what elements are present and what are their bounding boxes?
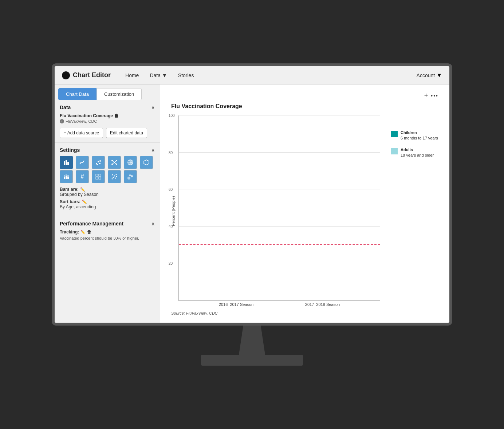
- chart-title: Flu Vaccination Coverage: [171, 103, 438, 110]
- monitor-stand-base: [201, 355, 303, 366]
- app-title: Chart Editor: [73, 71, 111, 79]
- data-buttons-row: + Add data source Edit charted data: [60, 128, 155, 138]
- scatter-chart-icon[interactable]: [92, 156, 105, 169]
- chart-container: Percent (People): [171, 115, 438, 307]
- add-data-source-button[interactable]: + Add data source: [60, 128, 103, 138]
- svg-point-37: [112, 178, 113, 180]
- perf-section-header: Performance Management ∧: [60, 221, 155, 227]
- chart-inner: 10080604020 2016–2017 Season 2017–2018 S…: [178, 115, 380, 307]
- main-content: Chart Data Customization Data ∧ Flu Vacc…: [55, 84, 449, 323]
- hexagon-chart-icon[interactable]: [140, 156, 153, 169]
- svg-rect-0: [64, 161, 65, 165]
- chart-source: Source: FluVaxView, CDC: [171, 311, 438, 315]
- data-section: Data ∧ Flu Vaccination Coverage 🗑 i FluV…: [55, 100, 160, 143]
- grid-line-80: 80: [179, 152, 380, 153]
- data-source-sub: i FluVaxView, CDC: [60, 119, 155, 123]
- legend-item-children: Children6 months to 17 years: [391, 130, 438, 141]
- svg-line-13: [112, 161, 114, 162]
- svg-rect-30: [96, 177, 98, 179]
- chart-plot-area: 10080604020: [178, 115, 380, 301]
- nav-stories[interactable]: Stories: [178, 72, 194, 78]
- performance-section: Performance Management ∧ Tracking: ✏️ 🗑 …: [55, 216, 160, 245]
- svg-point-32: [112, 174, 113, 176]
- svg-rect-1: [66, 160, 67, 165]
- svg-line-16: [114, 162, 117, 164]
- settings-section-title: Settings: [60, 147, 80, 153]
- network-chart-icon[interactable]: [108, 156, 121, 169]
- settings-detail: Bars are: ✏️ Grouped by Season Sort bars…: [60, 187, 155, 209]
- settings-collapse-icon[interactable]: ∧: [151, 147, 155, 153]
- logo-icon: [62, 71, 70, 79]
- svg-rect-31: [99, 177, 101, 179]
- x-label-2017-2018: 2017–2018 Season: [305, 302, 340, 307]
- chart-more-button[interactable]: •••: [431, 93, 438, 99]
- tab-bar: Chart Data Customization: [55, 84, 160, 100]
- sort-bars-value: By Age, ascending: [60, 204, 96, 209]
- settings-section: Settings ∧: [55, 143, 160, 216]
- sort-bars-row: Sort bars: ✏️ By Age, ascending: [60, 199, 155, 209]
- grid-line-20: 20: [179, 263, 380, 263]
- data-source-name: Flu Vaccination Coverage 🗑: [60, 113, 155, 118]
- chart-area: + ••• Flu Vaccination Coverage Percent (…: [160, 84, 449, 323]
- grid-line-60: 60: [179, 189, 380, 189]
- svg-rect-25: [66, 174, 67, 176]
- bars-are-row: Bars are: ✏️ Grouped by Season: [60, 187, 155, 197]
- grid-line-40: 40: [179, 226, 380, 227]
- svg-point-34: [116, 174, 117, 175]
- number-chart-icon[interactable]: #: [76, 170, 89, 183]
- sort-bars-edit-icon[interactable]: ✏️: [82, 200, 87, 204]
- svg-rect-23: [64, 175, 65, 177]
- legend-text-children: Children6 months to 17 years: [401, 130, 438, 141]
- svg-line-15: [112, 162, 114, 164]
- line-chart-icon[interactable]: [76, 156, 89, 169]
- legend-text-adults: Adults18 years and older: [401, 147, 434, 158]
- tracking-row: Tracking: ✏️ 🗑 Vaccinated percent should…: [60, 229, 155, 240]
- perf-collapse-icon[interactable]: ∧: [151, 221, 155, 227]
- svg-point-35: [113, 177, 114, 178]
- settings-section-header: Settings ∧: [60, 147, 155, 153]
- tracking-delete-icon[interactable]: 🗑: [87, 229, 91, 235]
- account-label: Account: [417, 72, 435, 78]
- grid-line-100: 100: [179, 115, 380, 115]
- chart-type-icon-grid: #: [60, 156, 155, 183]
- svg-rect-2: [67, 162, 69, 165]
- x-labels: 2016–2017 Season 2017–2018 Season: [178, 301, 380, 307]
- nav-data[interactable]: Data ▼: [150, 72, 167, 78]
- svg-rect-28: [96, 174, 98, 176]
- svg-point-33: [114, 176, 115, 177]
- y-axis-label: Percent (People): [171, 115, 176, 307]
- svg-point-7: [99, 163, 101, 164]
- data-collapse-icon[interactable]: ∧: [151, 105, 155, 110]
- top-nav: Chart Editor Home Data ▼ Stories Account…: [55, 66, 449, 84]
- tab-chart-data[interactable]: Chart Data: [58, 88, 97, 100]
- svg-point-6: [97, 164, 98, 165]
- info-icon[interactable]: i: [60, 119, 64, 123]
- tab-customization[interactable]: Customization: [97, 88, 142, 100]
- svg-point-36: [115, 178, 116, 179]
- chart-add-button[interactable]: +: [424, 92, 428, 99]
- edit-charted-data-button[interactable]: Edit charted data: [106, 128, 147, 138]
- svg-point-40: [131, 175, 133, 177]
- svg-rect-22: [64, 177, 65, 179]
- svg-rect-29: [99, 174, 101, 176]
- account-area[interactable]: Account ▼: [417, 72, 442, 79]
- legend-swatch-children: [391, 131, 398, 137]
- bubble-chart-icon[interactable]: [124, 170, 137, 183]
- tracking-edit-icon[interactable]: ✏️: [80, 230, 86, 235]
- chart-toolbar: + •••: [171, 92, 438, 99]
- tracking-text: Vaccinated percent should be 30% or high…: [60, 236, 155, 240]
- data-section-title: Data: [60, 105, 71, 110]
- chart-legend: Children6 months to 17 years Adults18 ye…: [380, 115, 438, 307]
- globe-chart-icon[interactable]: [124, 156, 137, 169]
- perf-section-title: Performance Management: [60, 221, 123, 227]
- stacked-bar-icon[interactable]: [60, 170, 73, 183]
- table-chart-icon[interactable]: [92, 170, 105, 183]
- dot-map-icon[interactable]: [108, 170, 121, 183]
- svg-rect-26: [67, 177, 69, 179]
- bar-chart-icon[interactable]: [60, 156, 73, 169]
- bars-are-edit-icon[interactable]: ✏️: [80, 187, 85, 192]
- nav-home[interactable]: Home: [125, 72, 139, 78]
- account-arrow-icon: ▼: [436, 72, 442, 79]
- svg-line-14: [114, 161, 117, 162]
- delete-datasource-icon[interactable]: 🗑: [114, 113, 119, 118]
